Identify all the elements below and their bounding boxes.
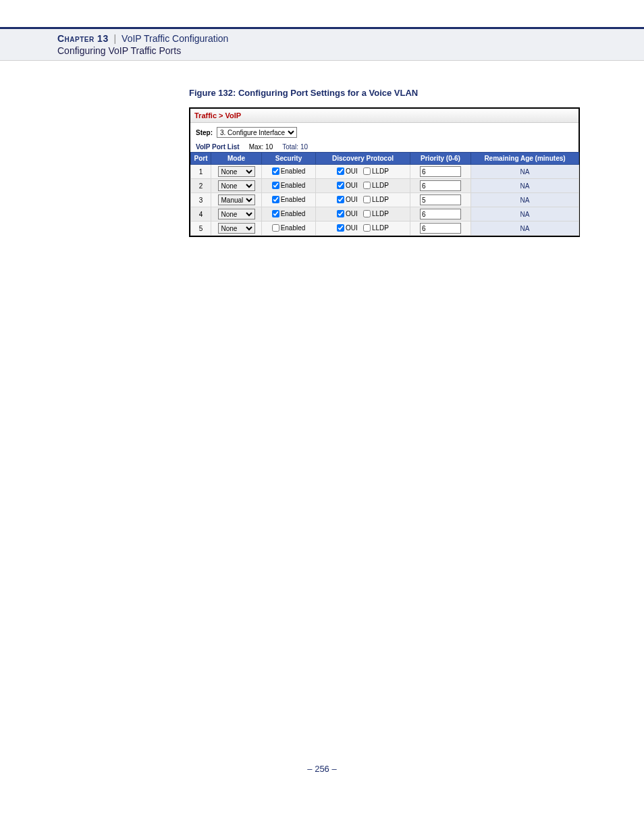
cell-remaining: NA [471,221,579,236]
step-select[interactable]: 3. Configure Interface [217,127,297,138]
security-enabled-label: Enabled [281,210,306,217]
page-header: Chapter 13 | VoIP Traffic Configuration … [0,27,644,61]
oui-checkbox[interactable] [337,196,344,203]
table-row: 5NoneEnabledOUILLDPNA [191,221,579,236]
mode-select[interactable]: None [218,209,255,219]
cell-security: Enabled [262,179,316,193]
security-enabled-label: Enabled [281,182,306,189]
cell-security: Enabled [262,207,316,221]
security-enabled-checkbox[interactable] [272,167,279,175]
cell-port: 1 [191,165,211,179]
security-enabled-checkbox[interactable] [272,182,279,189]
oui-checkbox[interactable] [337,224,344,232]
table-header-row: Port Mode Security Discovery Protocol Pr… [191,153,579,165]
lldp-label: LLDP [372,210,389,217]
cell-priority [410,193,471,207]
security-enabled-checkbox[interactable] [272,224,279,232]
oui-checkbox[interactable] [337,210,344,217]
lldp-label: LLDP [372,167,389,175]
mode-select[interactable]: None [218,223,255,234]
header-title: VoIP Traffic Configuration [122,33,228,44]
col-security: Security [262,153,316,165]
cell-remaining: NA [471,207,579,221]
figure-caption: Figure 132: Configuring Port Settings fo… [189,88,587,98]
port-list-label: VoIP Port List [196,143,240,151]
oui-label: OUI [346,224,358,232]
step-label: Step: [196,129,213,136]
chapter-label: Chapter 13 [57,33,109,44]
page-number: – 256 – [0,237,644,774]
header-line-1: Chapter 13 | VoIP Traffic Configuration [57,33,644,44]
cell-priority [410,207,471,221]
table-row: 2NoneEnabledOUILLDPNA [191,179,579,193]
oui-label: OUI [346,196,358,203]
table-row: 1NoneEnabledOUILLDPNA [191,165,579,179]
security-enabled-label: Enabled [281,224,306,232]
cell-port: 2 [191,179,211,193]
oui-label: OUI [346,167,358,175]
table-row: 4NoneEnabledOUILLDPNA [191,207,579,221]
col-priority: Priority (0-6) [410,153,471,165]
header-subtitle: Configuring VoIP Traffic Ports [57,45,644,56]
cell-priority [410,179,471,193]
security-enabled-label: Enabled [281,196,306,203]
cell-security: Enabled [262,165,316,179]
lldp-checkbox[interactable] [363,196,371,203]
cell-mode: None [211,207,262,221]
port-table: Port Mode Security Discovery Protocol Pr… [190,152,579,236]
cell-mode: None [211,165,262,179]
lldp-checkbox[interactable] [363,210,371,217]
mode-select[interactable]: Manual [218,194,255,205]
cell-security: Enabled [262,193,316,207]
lldp-label: LLDP [372,196,389,203]
cell-mode: None [211,179,262,193]
col-discovery: Discovery Protocol [316,153,410,165]
mode-select[interactable]: None [218,166,255,177]
port-list-max: Max: 10 [249,143,273,151]
priority-input[interactable] [420,223,461,234]
oui-label: OUI [346,210,358,217]
oui-label: OUI [346,182,358,189]
cell-security: Enabled [262,221,316,236]
cell-remaining: NA [471,179,579,193]
lldp-checkbox[interactable] [363,167,371,175]
port-list-total: Total: 10 [282,143,308,151]
header-separator: | [111,33,119,44]
cell-discovery: OUILLDP [316,193,410,207]
app-window: Traffic > VoIP Step: 3. Configure Interf… [189,107,580,237]
lldp-label: LLDP [372,182,389,189]
cell-mode: Manual [211,193,262,207]
cell-discovery: OUILLDP [316,179,410,193]
list-label-row: VoIP Port List Max: 10 Total: 10 [190,142,579,152]
cell-discovery: OUILLDP [316,221,410,236]
cell-mode: None [211,221,262,236]
step-row: Step: 3. Configure Interface [190,123,579,142]
table-row: 3ManualEnabledOUILLDPNA [191,193,579,207]
mode-select[interactable]: None [218,180,255,191]
top-margin [0,0,644,27]
col-port: Port [191,153,211,165]
oui-checkbox[interactable] [337,167,344,175]
cell-port: 3 [191,193,211,207]
lldp-label: LLDP [372,224,389,232]
lldp-checkbox[interactable] [363,224,371,232]
cell-priority [410,165,471,179]
security-enabled-checkbox[interactable] [272,210,279,217]
security-enabled-label: Enabled [281,167,306,175]
priority-input[interactable] [420,209,461,219]
col-remaining: Remaining Age (minutes) [471,153,579,165]
cell-remaining: NA [471,193,579,207]
cell-port: 4 [191,207,211,221]
oui-checkbox[interactable] [337,182,344,189]
breadcrumb: Traffic > VoIP [190,109,579,123]
cell-discovery: OUILLDP [316,207,410,221]
cell-remaining: NA [471,165,579,179]
priority-input[interactable] [420,180,461,191]
content-area: Figure 132: Configuring Port Settings fo… [0,61,644,237]
cell-priority [410,221,471,236]
lldp-checkbox[interactable] [363,182,371,189]
security-enabled-checkbox[interactable] [272,196,279,203]
priority-input[interactable] [420,194,461,205]
col-mode: Mode [211,153,262,165]
priority-input[interactable] [420,166,461,177]
